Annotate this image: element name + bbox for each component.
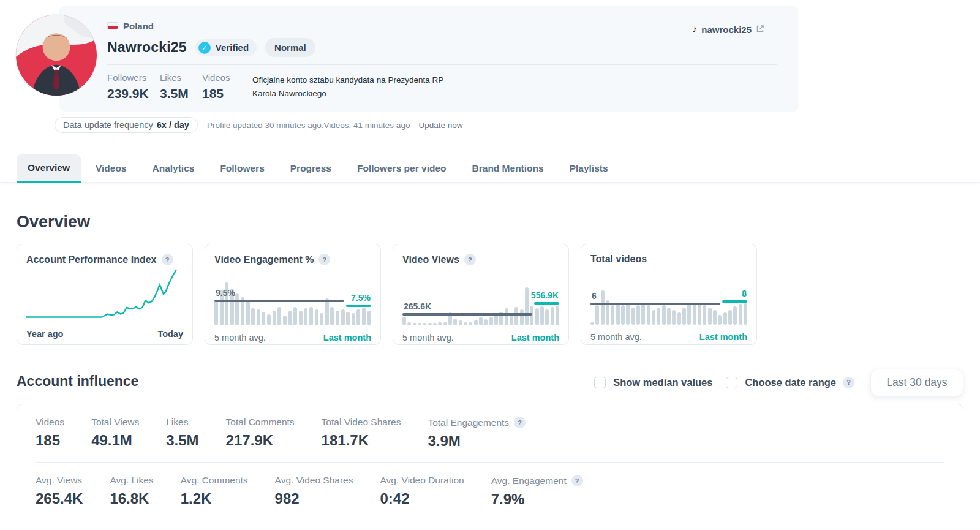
poland-flag-icon xyxy=(107,22,118,29)
show-median-label: Show median values xyxy=(613,377,712,388)
account-influence-card: Videos 185 Total Views 49.1M Likes 3.5M … xyxy=(17,404,963,530)
tiktok-profile-link[interactable]: ♪ nawrocki25 xyxy=(692,23,764,36)
avg-comments: Avg. Comments 1.2K xyxy=(181,475,248,508)
verified-check-icon: ✓ xyxy=(198,42,211,54)
help-icon[interactable]: ? xyxy=(464,254,476,265)
avg-engagement: Avg. Engagement ? 7.9% xyxy=(491,475,583,508)
views-bar-chart: 265.6K 556.9K xyxy=(402,281,559,325)
average-line xyxy=(214,300,344,302)
videos-total: Videos 185 xyxy=(36,417,64,450)
profile-panel: Poland ♪ nawrocki25 Nawrocki25 ✓ Verifie… xyxy=(59,6,798,112)
card-title: Account Performance Index xyxy=(26,254,157,265)
last-month-label: Last month xyxy=(699,332,747,342)
avg-likes: Avg. Likes 16.8K xyxy=(110,475,153,508)
last-month-line xyxy=(534,302,559,305)
account-performance-index-card: Account Performance Index ? Year ago Tod… xyxy=(17,244,193,345)
totals-row: Videos 185 Total Views 49.1M Likes 3.5M … xyxy=(36,417,944,450)
date-range-button[interactable]: Last 30 days xyxy=(870,369,963,396)
performance-line-chart xyxy=(26,269,183,322)
tab-analytics[interactable]: Analytics xyxy=(141,154,205,182)
followers-stat: Followers 239.9K xyxy=(107,72,160,101)
influence-controls: Show median values Choose date range ? L… xyxy=(594,367,963,398)
last-month-label: Last month xyxy=(323,333,371,343)
update-now-link[interactable]: Update now xyxy=(418,121,462,130)
tab-brand-mentions[interactable]: Brand Mentions xyxy=(461,154,555,182)
card-title: Total videos xyxy=(590,254,647,265)
overview-section-title: Overview xyxy=(17,213,980,232)
tab-playlists[interactable]: Playlists xyxy=(559,154,619,182)
videos-stat: Videos 185 xyxy=(202,72,252,101)
show-median-checkbox[interactable] xyxy=(594,377,606,388)
avg-video-duration: Avg. Video Duration 0:42 xyxy=(380,475,464,508)
avg-period-label: 5 month avg. xyxy=(590,332,642,342)
account-influence-header: Account influence Show median values Cho… xyxy=(17,367,963,398)
profile-name: Nawrocki25 xyxy=(107,39,187,56)
help-icon[interactable]: ? xyxy=(162,254,173,265)
panel-divider xyxy=(107,64,777,65)
average-line xyxy=(402,313,532,316)
today-label: Today xyxy=(157,329,183,339)
influence-divider xyxy=(36,462,944,463)
card-title: Video Engagement % xyxy=(214,254,314,265)
overview-cards: Account Performance Index ? Year ago Tod… xyxy=(17,244,963,345)
tab-videos[interactable]: Videos xyxy=(85,154,138,182)
country-label: Poland xyxy=(123,21,154,31)
help-icon[interactable]: ? xyxy=(571,475,583,486)
average-value: 6 xyxy=(592,291,597,301)
average-line xyxy=(590,303,720,305)
account-influence-title: Account influence xyxy=(17,373,138,390)
engagement-bar-chart: 9.5% 7.5% xyxy=(214,281,371,325)
total-comments: Total Comments 217.9K xyxy=(226,417,295,450)
update-frequency-pill: Data update frequency 6x / day xyxy=(55,117,198,133)
profile-header: Poland ♪ nawrocki25 Nawrocki25 ✓ Verifie… xyxy=(0,6,980,112)
last-month-line xyxy=(722,300,747,303)
total-video-shares: Total Video Shares 181.7K xyxy=(322,417,401,450)
avg-video-shares: Avg. Video Shares 982 xyxy=(275,475,353,508)
avg-period-label: 5 month avg. xyxy=(214,333,266,343)
tiktok-handle: nawrocki25 xyxy=(701,25,752,35)
update-bar: Data update frequency 6x / day Profile u… xyxy=(55,116,980,134)
external-link-icon xyxy=(756,25,764,35)
tab-bar: Overview Videos Analytics Followers Prog… xyxy=(0,154,980,183)
total-videos-bar-chart: 6 8 xyxy=(590,281,747,325)
total-likes: Likes 3.5M xyxy=(166,417,198,450)
tiktok-icon: ♪ xyxy=(692,23,698,36)
status-badge: Normal xyxy=(265,38,315,57)
help-icon[interactable]: ? xyxy=(318,254,330,265)
tab-followers[interactable]: Followers xyxy=(209,154,275,182)
average-value: 9.5% xyxy=(216,288,235,298)
date-range-checkbox[interactable] xyxy=(726,377,737,388)
tab-progress[interactable]: Progress xyxy=(279,154,342,182)
tab-overview[interactable]: Overview xyxy=(17,154,81,183)
video-engagement-card: Video Engagement % ? 9.5% 7.5% 5 month a… xyxy=(205,244,381,345)
card-title: Video Views xyxy=(402,254,459,265)
total-views: Total Views 49.1M xyxy=(91,417,139,450)
avg-period-label: 5 month avg. xyxy=(402,333,454,343)
tab-followers-per-video[interactable]: Followers per video xyxy=(346,154,458,182)
help-icon[interactable]: ? xyxy=(843,377,854,388)
last-month-value: 556.9K xyxy=(531,290,559,300)
total-engagements: Total Engagements ? 3.9M xyxy=(428,417,526,450)
verified-badge: ✓ Verified xyxy=(195,39,257,56)
date-range-label: Choose date range xyxy=(745,377,836,388)
avg-views: Avg. Views 265.4K xyxy=(36,475,83,508)
profile-bio: Oficjalne konto sztabu kandydata na Prez… xyxy=(252,74,458,101)
last-month-value: 8 xyxy=(742,289,747,298)
year-ago-label: Year ago xyxy=(26,329,63,339)
video-views-card: Video Views ? 265.6K 556.9K 5 month avg.… xyxy=(393,244,569,345)
help-icon[interactable]: ? xyxy=(514,417,526,428)
average-value: 265.6K xyxy=(404,301,431,311)
update-status-text: Profile updated 30 minutes ago.Videos: 4… xyxy=(207,121,410,130)
last-month-label: Last month xyxy=(511,333,559,343)
total-videos-card: Total videos 6 8 5 month avg. Last month xyxy=(581,244,757,345)
profile-avatar xyxy=(16,15,97,96)
last-month-value: 7.5% xyxy=(351,293,371,303)
likes-stat: Likes 3.5M xyxy=(160,72,202,101)
last-month-line xyxy=(346,305,371,307)
averages-row: Avg. Views 265.4K Avg. Likes 16.8K Avg. … xyxy=(36,475,944,508)
